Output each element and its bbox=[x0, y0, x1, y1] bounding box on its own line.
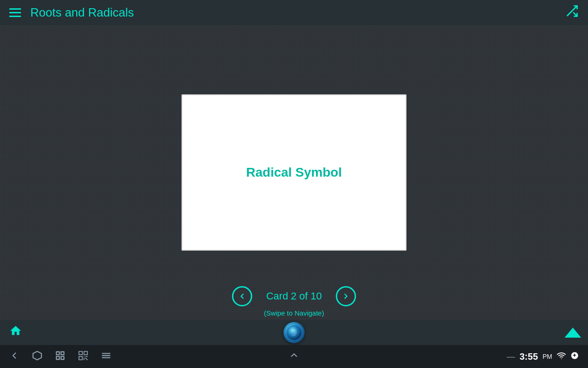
svg-rect-6 bbox=[57, 356, 59, 359]
bottom-app-bar bbox=[0, 320, 588, 345]
sys-time-area: — 3:55 PM bbox=[507, 351, 579, 362]
sys-nav-icons bbox=[9, 351, 111, 363]
svg-rect-7 bbox=[61, 356, 64, 359]
home-nav-icon[interactable] bbox=[32, 351, 42, 363]
app-title: Roots and Radicals bbox=[30, 6, 565, 20]
svg-rect-5 bbox=[61, 351, 64, 354]
svg-rect-8 bbox=[79, 351, 82, 354]
prev-card-button[interactable] bbox=[232, 286, 252, 306]
notification-icon bbox=[571, 351, 579, 362]
app-logo bbox=[283, 322, 305, 343]
scroll-up-icon[interactable] bbox=[565, 328, 581, 338]
svg-rect-4 bbox=[57, 351, 59, 354]
menu-nav-icon[interactable] bbox=[101, 351, 111, 363]
nav-area: Card 2 of 10 (Swipe to Navigate) bbox=[0, 283, 588, 320]
top-bar: Roots and Radicals bbox=[0, 0, 588, 25]
nav-controls: Card 2 of 10 bbox=[232, 286, 356, 306]
next-card-button[interactable] bbox=[336, 286, 356, 306]
main-content: Radical Symbol bbox=[0, 25, 588, 320]
shuffle-icon[interactable] bbox=[565, 4, 579, 21]
swipe-hint: (Swipe to Navigate) bbox=[264, 309, 324, 317]
center-chevron-icon[interactable] bbox=[289, 350, 299, 363]
system-ampm: PM bbox=[543, 353, 552, 360]
wifi-icon bbox=[557, 351, 566, 362]
hamburger-menu-icon[interactable] bbox=[9, 8, 21, 17]
system-time: 3:55 bbox=[520, 351, 538, 362]
svg-rect-9 bbox=[84, 351, 87, 354]
recents-nav-icon[interactable] bbox=[55, 351, 65, 363]
flashcard-text: Radical Symbol bbox=[246, 165, 342, 180]
card-counter: Card 2 of 10 bbox=[266, 290, 322, 302]
svg-rect-10 bbox=[79, 356, 82, 359]
flashcard[interactable]: Radical Symbol bbox=[181, 94, 407, 251]
qr-nav-icon[interactable] bbox=[78, 351, 88, 363]
system-nav-bar: — 3:55 PM bbox=[0, 345, 588, 368]
back-nav-icon[interactable] bbox=[9, 351, 19, 363]
home-icon[interactable] bbox=[9, 324, 22, 340]
battery-minus-icon: — bbox=[507, 352, 515, 362]
svg-marker-3 bbox=[33, 351, 41, 359]
